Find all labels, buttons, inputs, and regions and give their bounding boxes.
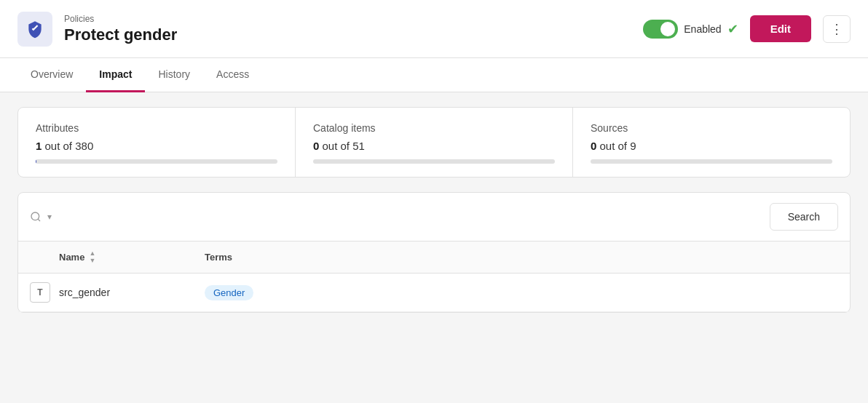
edit-button[interactable]: Edit [750,15,811,42]
check-icon: ✔ [727,21,738,37]
enabled-toggle[interactable] [643,20,678,39]
search-bar: ▾ Search [18,193,850,242]
term-badge-gender[interactable]: Gender [205,285,253,300]
stat-value-catalog: 0 out of 51 [313,140,555,152]
breadcrumb: Policies [64,14,643,24]
more-options-button[interactable]: ⋮ [823,15,851,43]
row-name: src_gender [59,287,205,298]
terms-col-header: Terms [205,252,232,263]
row-terms: Gender [205,285,253,300]
table-header: Name ▲ ▼ Terms [18,242,850,274]
page-title: Protect gender [64,25,643,44]
table-row: T src_gender Gender [18,274,850,312]
svg-point-0 [31,212,39,220]
stat-value-attributes: 1 out of 380 [36,140,277,152]
header-icon [17,12,52,47]
row-icon-col: T [30,282,59,303]
toggle-label: Enabled [684,23,721,35]
name-col-header[interactable]: Name ▲ ▼ [59,250,205,264]
tab-overview[interactable]: Overview [17,58,86,92]
tab-history[interactable]: History [145,58,203,92]
svg-line-1 [38,219,40,221]
tab-impact[interactable]: Impact [86,58,145,92]
stat-label-catalog: Catalog items [313,122,555,134]
tabs-bar: Overview Impact History Access [0,58,868,92]
enabled-toggle-group: Enabled ✔ [643,20,738,39]
stat-card-attributes: Attributes 1 out of 380 [18,108,296,177]
main-content: Attributes 1 out of 380 Catalog items 0 … [0,92,868,327]
stats-row: Attributes 1 out of 380 Catalog items 0 … [17,107,851,177]
search-button[interactable]: Search [770,203,838,231]
search-input-area: ▾ [30,211,761,223]
stat-card-catalog: Catalog items 0 out of 51 [296,108,573,177]
stat-label-attributes: Attributes [36,122,277,134]
search-input[interactable] [58,211,761,223]
stat-label-sources: Sources [591,122,832,134]
more-icon: ⋮ [830,21,843,37]
stat-card-sources: Sources 0 out of 9 [573,108,850,177]
sort-icon[interactable]: ▲ ▼ [89,250,95,264]
stat-value-sources: 0 out of 9 [591,140,832,152]
name-col-label: Name [59,252,84,263]
stat-bar-sources [591,159,832,164]
row-type-icon: T [30,282,50,303]
tab-access[interactable]: Access [203,58,262,92]
chevron-down-icon[interactable]: ▾ [47,212,52,222]
header-actions: Enabled ✔ Edit ⋮ [643,15,851,43]
search-icon [30,211,42,223]
page-header: Policies Protect gender Enabled ✔ Edit ⋮ [0,0,868,58]
search-table-section: ▾ Search Name ▲ ▼ Terms T src_gender [17,192,851,313]
header-text: Policies Protect gender [64,14,643,44]
stat-bar-attributes [36,159,277,164]
stat-bar-catalog [313,159,555,164]
